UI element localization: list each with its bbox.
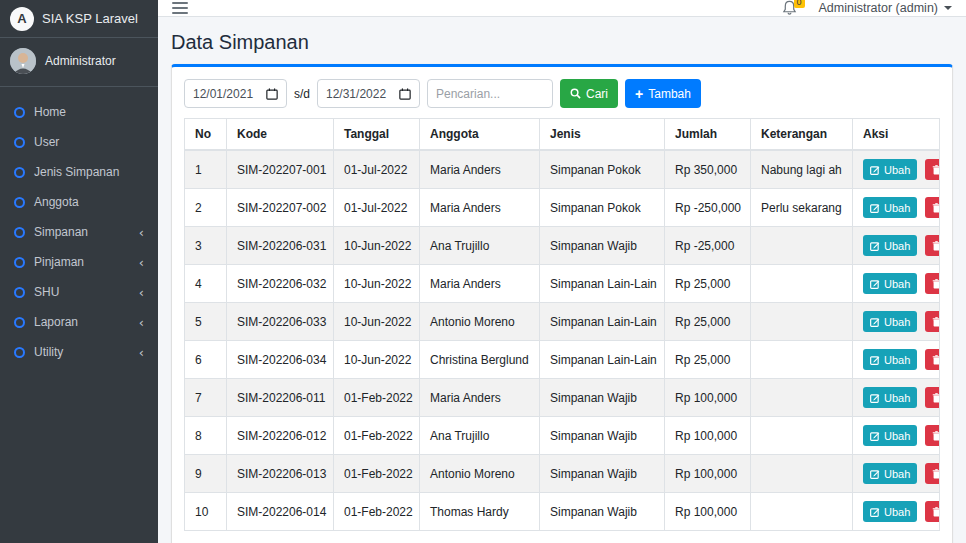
cell-jenis: Simpanan Wajib xyxy=(540,493,665,531)
trash-icon xyxy=(932,393,940,403)
cell-jenis: Simpanan Wajib xyxy=(540,379,665,417)
notification-badge: 0 xyxy=(794,0,805,8)
tambah-button[interactable]: + Tambah xyxy=(625,79,701,108)
hapus-button[interactable]: Hapus xyxy=(925,311,940,332)
tambah-label: Tambah xyxy=(648,87,691,101)
hapus-button[interactable]: Hapus xyxy=(925,463,940,484)
cari-button[interactable]: Cari xyxy=(560,79,618,108)
ubah-button[interactable]: Ubah xyxy=(863,235,917,256)
circle-icon xyxy=(14,227,25,238)
notifications-button[interactable]: 0 xyxy=(782,0,797,16)
cell-keterangan: Nabung lagi ah xyxy=(751,150,853,189)
user-menu-label: Administrator (admin) xyxy=(819,1,938,15)
header-jumlah: Jumlah xyxy=(665,119,751,151)
cell-no: 4 xyxy=(185,265,227,303)
ubah-label: Ubah xyxy=(884,354,910,366)
circle-icon xyxy=(14,287,25,298)
sidebar-item-simpanan[interactable]: Simpanan ‹ xyxy=(0,217,158,247)
sidebar-item-laporan[interactable]: Laporan ‹ xyxy=(0,307,158,337)
sidebar-item-utility[interactable]: Utility ‹ xyxy=(0,337,158,367)
date-from-value: 12/01/2021 xyxy=(193,87,253,101)
edit-icon xyxy=(870,165,880,175)
ubah-button[interactable]: Ubah xyxy=(863,501,917,522)
date-from-input[interactable]: 12/01/2021 xyxy=(184,79,287,108)
sidebar-item-pinjaman[interactable]: Pinjaman ‹ xyxy=(0,247,158,277)
ubah-label: Ubah xyxy=(884,278,910,290)
main-area: 0 Administrator (admin) Data Simpanan 12… xyxy=(158,0,966,543)
hapus-button[interactable]: Hapus xyxy=(925,197,940,218)
cell-kode: SIM-202206-031 xyxy=(227,227,334,265)
header-tanggal: Tanggal xyxy=(334,119,420,151)
cari-label: Cari xyxy=(586,87,608,101)
edit-icon xyxy=(870,317,880,327)
sidebar-item-label: Laporan xyxy=(34,315,130,329)
ubah-button[interactable]: Ubah xyxy=(863,311,917,332)
top-navbar: 0 Administrator (admin) xyxy=(158,0,966,17)
cell-tanggal: 01-Feb-2022 xyxy=(334,493,420,531)
hapus-button[interactable]: Hapus xyxy=(925,349,940,370)
hapus-button[interactable]: Hapus xyxy=(925,387,940,408)
cell-anggota: Antonio Moreno xyxy=(420,455,540,493)
sidebar-user-name: Administrator xyxy=(45,54,116,68)
header-kode: Kode xyxy=(227,119,334,151)
cell-anggota: Maria Anders xyxy=(420,379,540,417)
cell-keterangan xyxy=(751,417,853,455)
ubah-label: Ubah xyxy=(884,202,910,214)
brand-link[interactable]: A SIA KSP Laravel xyxy=(0,0,158,38)
menu-toggle-icon[interactable] xyxy=(172,2,188,14)
ubah-button[interactable]: Ubah xyxy=(863,273,917,294)
circle-icon xyxy=(14,347,25,358)
ubah-button[interactable]: Ubah xyxy=(863,159,917,180)
hapus-button[interactable]: Hapus xyxy=(925,501,940,522)
hapus-button[interactable]: Hapus xyxy=(925,273,940,294)
plus-icon: + xyxy=(635,87,643,101)
ubah-button[interactable]: Ubah xyxy=(863,425,917,446)
ubah-button[interactable]: Ubah xyxy=(863,387,917,408)
ubah-button[interactable]: Ubah xyxy=(863,463,917,484)
filter-bar: 12/01/2021 s/d 12/31/2022 xyxy=(184,79,940,108)
app-window: A SIA KSP Laravel Administrator Home Use… xyxy=(0,0,966,543)
trash-icon xyxy=(932,165,940,175)
header-no: No xyxy=(185,119,227,151)
ubah-button[interactable]: Ubah xyxy=(863,197,917,218)
header-anggota: Anggota xyxy=(420,119,540,151)
chevron-left-icon: ‹ xyxy=(139,346,144,359)
hapus-button[interactable]: Hapus xyxy=(925,159,940,180)
cell-jumlah: Rp 25,000 xyxy=(665,265,751,303)
sidebar-item-user[interactable]: User xyxy=(0,127,158,157)
chevron-left-icon: ‹ xyxy=(139,286,144,299)
date-to-input[interactable]: 12/31/2022 xyxy=(317,79,420,108)
cell-jenis: Simpanan Wajib xyxy=(540,455,665,493)
data-card: 12/01/2021 s/d 12/31/2022 xyxy=(171,64,953,543)
search-input[interactable] xyxy=(427,79,553,108)
cell-jenis: Simpanan Lain-Lain xyxy=(540,341,665,379)
cell-aksi: Ubah Hapus xyxy=(853,455,940,493)
cell-no: 5 xyxy=(185,303,227,341)
cell-kode: SIM-202206-012 xyxy=(227,417,334,455)
sidebar-item-anggota[interactable]: Anggota xyxy=(0,187,158,217)
ubah-button[interactable]: Ubah xyxy=(863,349,917,370)
circle-icon xyxy=(14,257,25,268)
chevron-left-icon: ‹ xyxy=(139,226,144,239)
user-menu-dropdown[interactable]: Administrator (admin) xyxy=(819,1,952,15)
table-row: 7 SIM-202206-011 01-Feb-2022 Maria Ander… xyxy=(185,379,940,417)
hapus-button[interactable]: Hapus xyxy=(925,235,940,256)
cell-jenis: Simpanan Pokok xyxy=(540,189,665,227)
sidebar-item-shu[interactable]: SHU ‹ xyxy=(0,277,158,307)
cell-tanggal: 10-Jun-2022 xyxy=(334,303,420,341)
edit-icon xyxy=(870,431,880,441)
sidebar-item-jenis-simpanan[interactable]: Jenis Simpanan xyxy=(0,157,158,187)
cell-no: 3 xyxy=(185,227,227,265)
cell-jenis: Simpanan Wajib xyxy=(540,227,665,265)
cell-kode: SIM-202207-002 xyxy=(227,189,334,227)
sidebar-item-home[interactable]: Home xyxy=(0,97,158,127)
cell-kode: SIM-202206-034 xyxy=(227,341,334,379)
cell-jumlah: Rp 100,000 xyxy=(665,417,751,455)
chevron-left-icon: ‹ xyxy=(139,256,144,269)
sidebar-item-label: Utility xyxy=(34,345,130,359)
hapus-button[interactable]: Hapus xyxy=(925,425,940,446)
cell-kode: SIM-202206-033 xyxy=(227,303,334,341)
cell-keterangan xyxy=(751,341,853,379)
cell-kode: SIM-202206-011 xyxy=(227,379,334,417)
table-row: 5 SIM-202206-033 10-Jun-2022 Antonio Mor… xyxy=(185,303,940,341)
